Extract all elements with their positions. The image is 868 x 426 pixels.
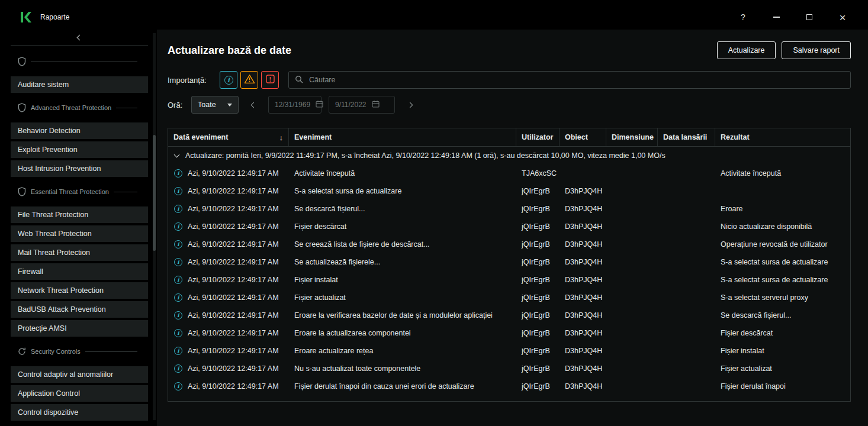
table-header: Dată eveniment ↓ Eveniment Utilizator Ob… (168, 128, 850, 147)
table-row[interactable]: i Azi, 9/10/2022 12:49:17 AM Nu s-au act… (168, 360, 850, 377)
date-from-field[interactable]: 12/31/1969 (268, 96, 322, 114)
sidebar-item[interactable]: Control adaptiv al anomaliilor (11, 366, 148, 383)
calendar-icon (316, 100, 323, 109)
section-divider-line (114, 192, 137, 192)
table-row[interactable]: i Azi, 9/10/2022 12:49:17 AM Se actualiz… (168, 253, 850, 271)
date-next-button[interactable] (402, 103, 417, 107)
importance-label: Importanță: (168, 76, 220, 85)
object-cell: D3hPJQ4H (560, 240, 606, 248)
maximize-button[interactable] (803, 11, 816, 24)
user-cell: jQIrEgrB (516, 311, 560, 320)
save-report-button[interactable]: Salvare raport (782, 41, 851, 59)
date-to-field[interactable]: 9/11/2022 (329, 96, 395, 114)
event-date-text: Azi, 9/10/2022 12:49:17 AM (188, 364, 279, 373)
sidebar-collapse-button[interactable] (11, 30, 148, 46)
close-button[interactable]: × (836, 11, 849, 24)
result-cell: Eroare (715, 205, 850, 213)
table-row[interactable]: i Azi, 9/10/2022 12:49:17 AM Fișier inst… (168, 271, 850, 289)
object-cell: D3hPJQ4H (560, 205, 606, 213)
date-from-value: 12/31/1969 (275, 101, 310, 109)
time-range-dropdown[interactable]: Toate (191, 96, 239, 114)
event-date-cell: i Azi, 9/10/2022 12:49:17 AM (168, 329, 289, 337)
info-icon: i (174, 187, 182, 195)
result-cell: Fișier derulat înapoi (715, 382, 850, 390)
minimize-button[interactable] (770, 11, 783, 24)
sidebar-scrollbar[interactable] (153, 33, 156, 420)
group-header-text: Actualizare: pornită Ieri, 9/9/2022 11:4… (185, 151, 666, 160)
event-cell: Eroare actualizare rețea (289, 347, 516, 355)
sidebar-item[interactable]: Application Control (11, 385, 148, 402)
column-header-size[interactable]: Dimensiune (606, 128, 658, 146)
event-date-cell: i Azi, 9/10/2022 12:49:17 AM (168, 364, 289, 373)
column-header-label: Dată eveniment (173, 133, 228, 141)
event-cell: Fișier actualizat (289, 293, 516, 302)
event-date-cell: i Azi, 9/10/2022 12:49:17 AM (168, 205, 289, 213)
sidebar-item[interactable]: Behavior Detection (11, 122, 148, 139)
group-header-row[interactable]: Actualizare: pornită Ieri, 9/9/2022 11:4… (168, 147, 850, 164)
sidebar-item[interactable]: Host Intrusion Prevention (11, 160, 148, 177)
sidebar-section-label: Essential Threat Protection (31, 188, 109, 195)
table-row[interactable]: i Azi, 9/10/2022 12:49:17 AM Eroare actu… (168, 342, 850, 360)
table-row[interactable]: i Azi, 9/10/2022 12:49:17 AM S-a selecta… (168, 182, 850, 200)
table-row[interactable]: i Azi, 9/10/2022 12:49:17 AM Eroare la a… (168, 324, 850, 342)
sidebar-item[interactable]: Network Threat Protection (11, 282, 148, 299)
table-row[interactable]: i Azi, 9/10/2022 12:49:17 AM Se creează … (168, 235, 850, 253)
sidebar-item[interactable]: Mail Threat Protection (11, 244, 148, 261)
result-cell: Activitate începută (715, 169, 850, 178)
sidebar-item[interactable]: Web Threat Protection (11, 225, 148, 242)
column-header-object[interactable]: Obiect (560, 128, 606, 146)
sidebar-item-label: Control adaptiv al anomaliilor (18, 370, 113, 379)
result-cell: Fișier actualizat (715, 364, 850, 373)
event-date-cell: i Azi, 9/10/2022 12:49:17 AM (168, 187, 289, 195)
user-cell: jQIrEgrB (516, 276, 560, 284)
object-cell: D3hPJQ4H (560, 276, 606, 284)
sidebar-scrollbar-thumb[interactable] (153, 135, 156, 251)
sidebar-item[interactable]: Exploit Prevention (11, 141, 148, 158)
sidebar: Auditare sistem Advanced Threat Protecti… (11, 30, 148, 426)
update-button[interactable]: Actualizare (717, 41, 776, 59)
user-cell: jQIrEgrB (516, 293, 560, 302)
object-cell: D3hPJQ4H (560, 382, 606, 390)
help-button[interactable]: ? (737, 11, 750, 24)
severity-warning-toggle[interactable] (240, 71, 258, 89)
sidebar-item-label: Firewall (18, 267, 43, 276)
event-date-text: Azi, 9/10/2022 12:49:17 AM (188, 329, 279, 337)
event-date-cell: i Azi, 9/10/2022 12:49:17 AM (168, 169, 289, 178)
column-header-user[interactable]: Utilizator (516, 128, 560, 146)
sidebar-item-label: Control dispozitive (18, 408, 78, 417)
event-date-text: Azi, 9/10/2022 12:49:17 AM (188, 205, 279, 213)
table-row[interactable]: i Azi, 9/10/2022 12:49:17 AM Fișier deru… (168, 377, 850, 395)
sidebar-item-label: Web Threat Protection (18, 230, 92, 238)
info-icon: i (174, 364, 182, 373)
event-cell: Fișier descărcat (289, 222, 516, 231)
search-box[interactable] (288, 71, 851, 89)
column-header-result[interactable]: Rezultat (715, 128, 850, 146)
table-row[interactable]: i Azi, 9/10/2022 12:49:17 AM Se descarcă… (168, 200, 850, 218)
sidebar-section-header: Essential Threat Protection (11, 183, 148, 201)
table-row[interactable]: i Azi, 9/10/2022 12:49:17 AM Fișier desc… (168, 218, 850, 235)
search-input[interactable] (308, 75, 844, 85)
table-row[interactable]: i Azi, 9/10/2022 12:49:17 AM Activitate … (168, 164, 850, 182)
result-cell: S-a selectat sursa de actualizare (715, 276, 850, 284)
sidebar-item[interactable]: Control dispozitive (11, 404, 148, 421)
sidebar-item[interactable]: Protecție AMSI (11, 320, 148, 337)
column-header-date[interactable]: Dată eveniment ↓ (168, 128, 289, 146)
column-header-event[interactable]: Eveniment (289, 128, 516, 146)
column-header-launch-date[interactable]: Data lansării (658, 128, 715, 146)
sidebar-item[interactable]: File Threat Protection (11, 206, 148, 223)
sidebar-item[interactable]: Auditare sistem (11, 76, 148, 93)
shield-icon (18, 187, 26, 196)
date-prev-button[interactable] (246, 103, 261, 107)
severity-info-toggle[interactable]: i (220, 71, 237, 89)
user-cell: jQIrEgrB (516, 258, 560, 266)
table-row[interactable]: i Azi, 9/10/2022 12:49:17 AM Fișier actu… (168, 289, 850, 306)
table-body: i Azi, 9/10/2022 12:49:17 AM Activitate … (168, 164, 850, 395)
object-cell: D3hPJQ4H (560, 293, 606, 302)
sidebar-item[interactable]: BadUSB Attack Prevention (11, 301, 148, 318)
event-cell: Fișier instalat (289, 276, 516, 284)
severity-critical-toggle[interactable] (261, 71, 279, 89)
sidebar-item-label: Network Threat Protection (18, 286, 104, 295)
sidebar-item[interactable]: Firewall (11, 263, 148, 280)
time-label: Oră: (168, 101, 191, 109)
table-row[interactable]: i Azi, 9/10/2022 12:49:17 AM Eroare la v… (168, 306, 850, 324)
